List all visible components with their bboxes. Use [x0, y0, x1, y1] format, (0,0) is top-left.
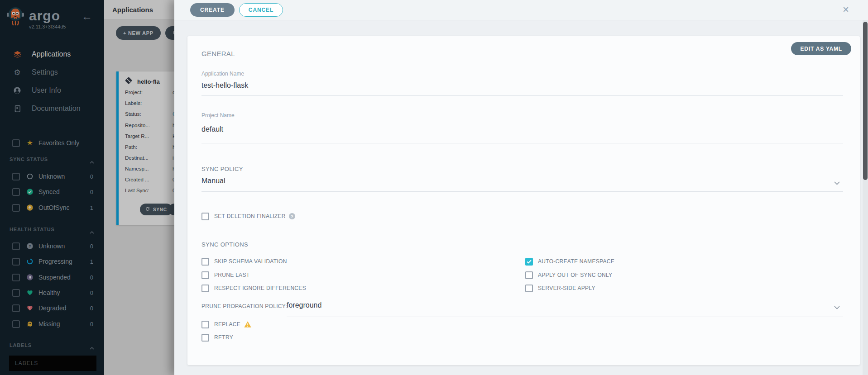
input-underline	[201, 191, 843, 192]
prune-propagation-policy-label: PRUNE PROPAGATION POLICY:	[201, 303, 287, 309]
auto-create-namespace-checkbox[interactable]	[525, 258, 533, 266]
retry-checkbox[interactable]	[201, 334, 209, 342]
project-name-field[interactable]: default	[201, 125, 223, 133]
modal-dim-overlay[interactable]	[0, 0, 174, 375]
project-name-label: Project Name	[201, 112, 235, 119]
close-icon[interactable]: ×	[843, 3, 849, 16]
scrollbar-thumb[interactable]	[863, 22, 868, 180]
prune-last-option[interactable]: PRUNE LAST	[201, 271, 249, 279]
option-label: REPLACE	[214, 321, 240, 328]
check-icon	[527, 260, 532, 264]
chevron-down-icon	[834, 179, 840, 187]
application-name-field[interactable]: test-hello-flask	[201, 81, 248, 90]
panel-scrollbar[interactable]	[863, 20, 868, 375]
option-label: SKIP SCHEMA VALIDATION	[214, 258, 287, 265]
prune-propagation-policy-select[interactable]: foreground	[287, 301, 321, 309]
help-icon: ?	[289, 213, 295, 219]
input-underline	[201, 143, 843, 143]
argo-cd-screen: argo v2.11.3+3f344d5 ← Applications ⚙ Se…	[0, 0, 868, 375]
replace-option[interactable]: REPLACE	[201, 320, 251, 328]
option-label: RETRY	[214, 334, 233, 341]
general-form-card: EDIT AS YAML GENERAL Application Name te…	[187, 36, 860, 365]
option-label: SERVER-SIDE APPLY	[538, 285, 595, 291]
option-label: SET DELETION FINALIZER	[214, 213, 286, 219]
chevron-down-icon	[834, 303, 840, 311]
sync-options-title: SYNC OPTIONS	[201, 241, 248, 248]
panel-header: CREATE CANCEL ×	[174, 0, 868, 20]
option-label: RESPECT IGNORE DIFFERENCES	[214, 285, 306, 291]
prune-last-checkbox[interactable]	[201, 271, 209, 279]
option-label: PRUNE LAST	[214, 272, 249, 278]
deletion-finalizer-checkbox[interactable]	[201, 213, 209, 220]
warning-triangle-icon	[244, 321, 251, 328]
input-underline	[201, 95, 843, 96]
auto-create-namespace-option[interactable]: AUTO-CREATE NAMESPACE	[525, 257, 614, 266]
option-label: APPLY OUT OF SYNC ONLY	[538, 272, 612, 278]
cancel-button[interactable]: CANCEL	[239, 3, 283, 17]
skip-schema-validation-checkbox[interactable]	[201, 258, 209, 266]
edit-as-yaml-button[interactable]: EDIT AS YAML	[791, 42, 851, 55]
apply-out-of-sync-only-checkbox[interactable]	[525, 271, 533, 279]
create-button[interactable]: CREATE	[190, 3, 235, 17]
server-side-apply-checkbox[interactable]	[525, 285, 533, 292]
application-name-label: Application Name	[201, 71, 244, 77]
skip-schema-validation-option[interactable]: SKIP SCHEMA VALIDATION	[201, 257, 287, 266]
create-application-panel: CREATE CANCEL × EDIT AS YAML GENERAL App…	[174, 0, 868, 375]
sync-policy-label: SYNC POLICY	[201, 166, 243, 172]
replace-checkbox[interactable]	[201, 321, 209, 328]
set-deletion-finalizer-option[interactable]: SET DELETION FINALIZER ?	[201, 212, 295, 220]
input-underline	[287, 317, 843, 317]
general-section-title: GENERAL	[201, 50, 235, 57]
apply-out-of-sync-only-option[interactable]: APPLY OUT OF SYNC ONLY	[525, 271, 612, 279]
retry-option[interactable]: RETRY	[201, 333, 233, 342]
sync-policy-select[interactable]: Manual	[201, 177, 225, 185]
server-side-apply-option[interactable]: SERVER-SIDE APPLY	[525, 284, 595, 292]
respect-ignore-differences-checkbox[interactable]	[201, 285, 209, 292]
option-label: AUTO-CREATE NAMESPACE	[538, 258, 614, 265]
respect-ignore-differences-option[interactable]: RESPECT IGNORE DIFFERENCES	[201, 284, 306, 292]
